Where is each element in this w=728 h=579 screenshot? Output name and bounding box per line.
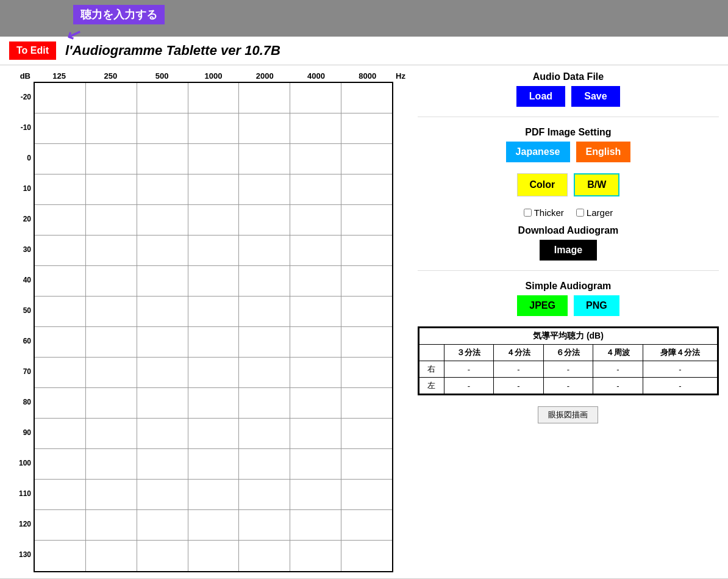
download-section: Download Audiogram Image bbox=[418, 225, 719, 261]
eyegram-section: 眼振図描画 bbox=[418, 406, 719, 423]
color-buttons: Color B/W bbox=[418, 173, 719, 196]
ytick-70: 70 bbox=[9, 356, 34, 387]
bw-button[interactable]: B/W bbox=[574, 173, 619, 196]
left-label: 左 bbox=[419, 378, 444, 394]
japanese-button[interactable]: Japanese bbox=[506, 142, 570, 162]
grid-row bbox=[35, 388, 392, 419]
ytick-40: 40 bbox=[9, 265, 34, 295]
col-header-4bun: ４分法 bbox=[494, 345, 544, 361]
larger-checkbox[interactable] bbox=[576, 209, 584, 217]
freq-1000: 1000 bbox=[188, 71, 239, 81]
main-content: To Edit l'Audiogramme Tablette ver 10.7B… bbox=[0, 37, 728, 578]
left-6bun: - bbox=[543, 378, 593, 394]
tooltip-box: 聴力を入力する bbox=[73, 5, 165, 24]
ytick-110: 110 bbox=[9, 478, 34, 509]
ytick-100: 100 bbox=[9, 448, 34, 478]
right-4shu: - bbox=[593, 361, 643, 378]
freq-125: 125 bbox=[34, 71, 85, 81]
thicker-checkbox-item[interactable]: Thicker bbox=[524, 207, 564, 218]
english-button[interactable]: English bbox=[576, 142, 631, 162]
ytick-30: 30 bbox=[9, 234, 34, 265]
download-title: Download Audiogram bbox=[418, 225, 719, 236]
grid-row bbox=[35, 174, 392, 205]
freq-4000: 4000 bbox=[290, 71, 341, 81]
ytick-0: 0 bbox=[9, 143, 34, 173]
hz-label: Hz bbox=[396, 71, 405, 81]
ytick-20: 20 bbox=[9, 204, 34, 234]
larger-checkbox-item[interactable]: Larger bbox=[576, 207, 613, 218]
col-header-empty bbox=[419, 345, 444, 361]
ytick-neg10: -10 bbox=[9, 112, 34, 143]
right-4bun: - bbox=[494, 361, 544, 378]
ytick-90: 90 bbox=[9, 417, 34, 448]
avg-table: 気導平均聴力 (dB) ３分法 ４分法 ６分法 ４周波 身障４分法 bbox=[419, 328, 718, 394]
grid-row bbox=[35, 480, 392, 510]
thicker-checkbox[interactable] bbox=[524, 209, 532, 217]
top-bar: 聴力を入力する ↙ bbox=[0, 0, 728, 37]
freq-labels: 125 250 500 1000 2000 4000 8000 bbox=[34, 71, 393, 81]
grid-row bbox=[35, 83, 392, 113]
grid-row bbox=[35, 205, 392, 236]
col-header-3bun: ３分法 bbox=[444, 345, 494, 361]
header-row: To Edit l'Audiogramme Tablette ver 10.7B bbox=[0, 37, 728, 65]
col-header-shogai: 身障４分法 bbox=[643, 345, 717, 361]
right-3bun: - bbox=[444, 361, 494, 378]
y-axis: -20 -10 0 10 20 30 40 50 60 70 80 90 100… bbox=[9, 82, 34, 572]
freq-500: 500 bbox=[137, 71, 188, 81]
col-header-4shu: ４周波 bbox=[593, 345, 643, 361]
pdf-image-title: PDF Image Setting bbox=[418, 127, 719, 138]
png-button[interactable]: PNG bbox=[574, 295, 619, 316]
language-buttons: Japanese English bbox=[418, 142, 719, 162]
left-4shu: - bbox=[593, 378, 643, 394]
chart-container: dB 125 250 500 1000 2000 4000 8000 Hz -2… bbox=[9, 71, 405, 572]
grid-row bbox=[35, 449, 392, 480]
grid-row bbox=[35, 358, 392, 388]
right-shogai: - bbox=[643, 361, 717, 378]
ytick-80: 80 bbox=[9, 387, 34, 417]
color-button[interactable]: Color bbox=[517, 173, 568, 196]
db-label: dB bbox=[9, 71, 34, 81]
grid-row bbox=[35, 510, 392, 541]
save-button[interactable]: Save bbox=[571, 86, 620, 107]
chart-body: -20 -10 0 10 20 30 40 50 60 70 80 90 100… bbox=[9, 82, 405, 572]
checkbox-row: Thicker Larger bbox=[418, 207, 719, 218]
freq-2000: 2000 bbox=[239, 71, 290, 81]
grid-row bbox=[35, 541, 392, 571]
right-6bun: - bbox=[543, 361, 593, 378]
ytick-60: 60 bbox=[9, 326, 34, 356]
left-3bun: - bbox=[444, 378, 494, 394]
chart-header: dB 125 250 500 1000 2000 4000 8000 Hz bbox=[9, 71, 405, 81]
load-button[interactable]: Load bbox=[516, 86, 565, 107]
thicker-label: Thicker bbox=[534, 207, 564, 218]
left-shogai: - bbox=[643, 378, 717, 394]
app-title: l'Audiogramme Tablette ver 10.7B bbox=[65, 43, 280, 59]
grid-row bbox=[35, 266, 392, 297]
simple-audiogram-title: Simple Audiogram bbox=[418, 281, 719, 292]
simple-audiogram-section: Simple Audiogram JPEG PNG bbox=[418, 281, 719, 316]
divider-1 bbox=[418, 117, 719, 117]
right-panel: Audio Data File Load Save PDF Image Sett… bbox=[418, 71, 719, 572]
jpeg-button[interactable]: JPEG bbox=[517, 295, 568, 316]
image-btn-row: Image bbox=[418, 240, 719, 261]
ytick-130: 130 bbox=[9, 539, 34, 570]
left-4bun: - bbox=[494, 378, 544, 394]
ytick-neg20: -20 bbox=[9, 82, 34, 112]
pdf-image-section: PDF Image Setting Japanese English Color… bbox=[418, 127, 719, 218]
freq-8000: 8000 bbox=[342, 71, 393, 81]
ytick-50: 50 bbox=[9, 295, 34, 326]
right-label: 右 bbox=[419, 361, 444, 378]
content-area: dB 125 250 500 1000 2000 4000 8000 Hz -2… bbox=[0, 65, 728, 578]
col-header-6bun: ６分法 bbox=[543, 345, 593, 361]
avg-table-container: 気導平均聴力 (dB) ３分法 ４分法 ６分法 ４周波 身障４分法 bbox=[418, 326, 719, 395]
to-edit-button[interactable]: To Edit bbox=[9, 41, 56, 60]
grid-row bbox=[35, 236, 392, 266]
grid-row bbox=[35, 419, 392, 449]
image-button[interactable]: Image bbox=[540, 240, 597, 261]
simple-audiogram-buttons: JPEG PNG bbox=[418, 295, 719, 316]
eyegram-button[interactable]: 眼振図描画 bbox=[538, 406, 598, 423]
grid-row bbox=[35, 113, 392, 144]
audio-data-buttons: Load Save bbox=[418, 86, 719, 107]
audiogram-grid[interactable] bbox=[34, 82, 393, 572]
ytick-10: 10 bbox=[9, 173, 34, 204]
freq-250: 250 bbox=[85, 71, 136, 81]
